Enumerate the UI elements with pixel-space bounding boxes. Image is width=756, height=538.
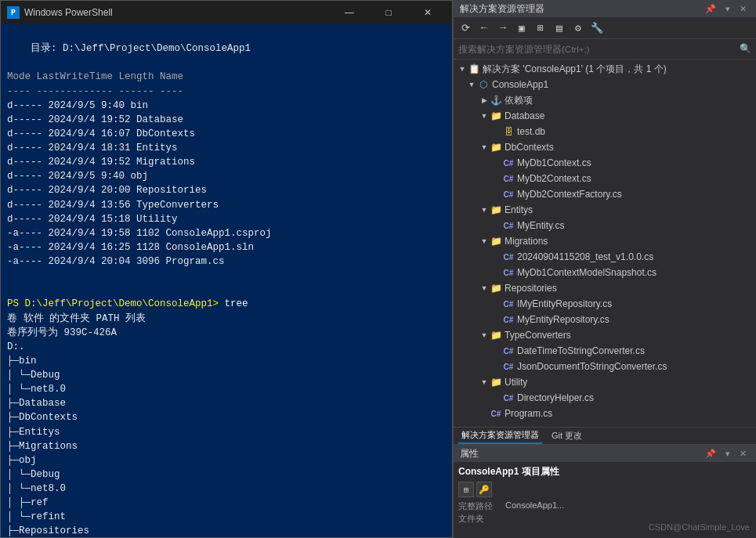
ps-window-controls: — □ ✕ — [331, 1, 446, 24]
ps-line — [7, 269, 446, 283]
ps-line: 目录: D:\Jeff\Project\Demo\ConsoleApp1 — [7, 42, 446, 56]
utility-arrow[interactable]: ▼ — [479, 377, 490, 388]
entitys-folder-label: Entitys — [505, 204, 533, 215]
myentity-item[interactable]: ▶ C# MyEntity.cs — [454, 218, 756, 233]
se-search-input[interactable] — [458, 45, 736, 54]
props-btn-2[interactable]: 🔑 — [476, 482, 492, 497]
repositories-folder-icon: 📁 — [490, 282, 502, 294]
entitys-folder-item[interactable]: ▼ 📁 Entitys — [454, 202, 756, 218]
dependencies-item[interactable]: ▶ ⚓ 依赖项 — [454, 92, 756, 108]
irepository-label: IMyEntityRepository.cs — [517, 298, 612, 309]
se-toolbar: ⟳ ← → ▣ ⊞ ▤ ⚙ 🔧 — [454, 17, 756, 39]
props-path-value: ConsoleApp1... — [505, 500, 564, 512]
props-title: 属性 — [460, 447, 479, 460]
migrations-arrow[interactable]: ▼ — [479, 236, 490, 247]
ps-line: d----- 2024/9/4 19:52 Migrations — [7, 155, 446, 169]
props-dropdown-btn[interactable]: ▾ — [722, 449, 733, 459]
se-close-btn[interactable]: ✕ — [736, 4, 750, 14]
cs-icon: C# — [502, 172, 515, 185]
directoryhelper-item[interactable]: ▶ C# DirectoryHelper.cs — [454, 390, 756, 406]
repositories-folder-label: Repositories — [505, 283, 557, 294]
ps-line — [7, 56, 446, 70]
props-pin-btn[interactable]: 📌 — [702, 449, 719, 459]
typeconverters-folder-label: TypeConverters — [505, 330, 571, 341]
solution-root-item[interactable]: ▼ 📋 解决方案 'ConsoleApp1' (1 个项目，共 1 个) — [454, 61, 756, 77]
dbcontexts-folder-item[interactable]: ▼ 📁 DbContexts — [454, 139, 756, 155]
utility-folder-item[interactable]: ▼ 📁 Utility — [454, 374, 756, 390]
toolbar-sync-btn[interactable]: ⟳ — [457, 20, 474, 37]
toolbar-settings-btn[interactable]: ⚙ — [570, 20, 587, 37]
project-expand-arrow[interactable]: ▼ — [466, 79, 477, 90]
cs-icon: C# — [490, 407, 502, 420]
toolbar-back-btn[interactable]: ← — [476, 20, 493, 37]
typeconverters-arrow[interactable]: ▼ — [479, 330, 490, 341]
se-win-controls: 📌 ▾ ✕ — [702, 4, 750, 14]
testdb-item[interactable]: ▶ 🗄 test.db — [454, 124, 756, 139]
cs-icon: C# — [502, 298, 515, 310]
database-folder-arrow[interactable]: ▼ — [479, 110, 490, 121]
toolbar-tools-btn[interactable]: 🔧 — [588, 20, 606, 37]
utility-folder-icon: 📁 — [490, 376, 502, 388]
mydb2contextfactory-item[interactable]: ▶ C# MyDb2ContextFactory.cs — [454, 186, 756, 202]
ps-line: 卷序列号为 939C-426A — [7, 326, 446, 340]
ps-line: d----- 2024/9/4 13:56 TypeConverters — [7, 198, 446, 212]
mydb1context-item[interactable]: ▶ C# MyDb1Context.cs — [454, 155, 756, 171]
toolbar-filter-btn[interactable]: ▤ — [551, 20, 568, 37]
migrations-folder-item[interactable]: ▼ 📁 Migrations — [454, 233, 756, 249]
dbcontexts-arrow[interactable]: ▼ — [479, 142, 490, 153]
repositories-folder-item[interactable]: ▼ 📁 Repositories — [454, 280, 756, 296]
se-search-icon: 🔍 — [740, 43, 751, 55]
entitys-folder-icon: 📁 — [490, 204, 502, 216]
ps-line: d----- 2024/9/5 9:40 bin — [7, 99, 446, 113]
ps-line: d----- 2024/9/4 18:31 Entitys — [7, 141, 446, 155]
entitys-arrow[interactable]: ▼ — [479, 204, 490, 215]
props-close-btn[interactable]: ✕ — [736, 449, 750, 459]
ps-line: ├─bin — [7, 354, 446, 368]
dependencies-arrow[interactable]: ▶ — [479, 95, 490, 106]
utility-folder-label: Utility — [505, 377, 527, 388]
repositories-arrow[interactable]: ▼ — [479, 283, 490, 294]
toolbar-view2-btn[interactable]: ⊞ — [532, 20, 549, 37]
mydb2context-item[interactable]: ▶ C# MyDb2Context.cs — [454, 171, 756, 186]
ps-line: │ └─refint — [7, 510, 446, 524]
se-pin-btn[interactable]: 📌 — [702, 4, 719, 14]
program-item[interactable]: ▶ C# Program.cs — [454, 406, 756, 421]
solution-expand-arrow[interactable]: ▼ — [457, 63, 468, 74]
toolbar-forward-btn[interactable]: → — [494, 20, 512, 37]
props-titlebar: 属性 📌 ▾ ✕ — [454, 445, 756, 462]
cs-icon: C# — [502, 392, 515, 404]
jsonconverter-item[interactable]: ▶ C# JsonDocumentToStringConverter.cs — [454, 359, 756, 374]
database-folder-item[interactable]: ▼ 📁 Database — [454, 108, 756, 124]
dependencies-icon: ⚓ — [490, 94, 502, 107]
se-dropdown-btn[interactable]: ▾ — [722, 4, 733, 14]
typeconverters-folder-item[interactable]: ▼ 📁 TypeConverters — [454, 327, 756, 343]
snapshot-file-item[interactable]: ▶ C# MyDb1ContextModelSnapshot.cs — [454, 265, 756, 280]
solution-icon: 📋 — [468, 63, 480, 75]
program-label: Program.cs — [505, 408, 552, 419]
irepository-item[interactable]: ▶ C# IMyEntityRepository.cs — [454, 296, 756, 312]
ps-line: ├─Migrations — [7, 439, 446, 453]
ps-line: ├─obj — [7, 453, 446, 468]
ps-line: d----- 2024/9/4 16:07 DbContexts — [7, 127, 446, 141]
ps-line: 卷 软件 的文件夹 PATH 列表 — [7, 312, 446, 326]
repository-label: MyEntityRepository.cs — [517, 314, 610, 325]
se-tab-solution[interactable]: 解决方案资源管理器 — [458, 428, 542, 444]
ps-maximize-btn[interactable]: □ — [371, 1, 407, 24]
ps-line: -a---- 2024/9/4 16:25 1128 ConsoleApp1.s… — [7, 240, 446, 255]
migration-file-item[interactable]: ▶ C# 20240904115208_test_v1.0.0.cs — [454, 249, 756, 265]
ps-title: Windows PowerShell — [24, 7, 331, 18]
se-search-bar[interactable]: 🔍 — [454, 39, 756, 60]
cs-icon: C# — [502, 219, 515, 232]
project-item[interactable]: ▼ ⬡ ConsoleApp1 — [454, 77, 756, 92]
ps-line: d----- 2024/9/4 19:52 Database — [7, 113, 446, 127]
se-tab-git[interactable]: Git 更改 — [548, 428, 585, 443]
ps-close-btn[interactable]: ✕ — [410, 1, 446, 24]
cs-icon: C# — [502, 313, 515, 326]
props-btn-1[interactable]: ⊞ — [458, 482, 474, 497]
datetimeconverter-item[interactable]: ▶ C# DateTimeToStringConverter.cs — [454, 343, 756, 359]
repository-item[interactable]: ▶ C# MyEntityRepository.cs — [454, 312, 756, 327]
toolbar-view-btn[interactable]: ▣ — [513, 20, 530, 37]
ps-line: -a---- 2024/9/4 19:58 1102 ConsoleApp1.c… — [7, 226, 446, 240]
mydb2context-label: MyDb2Context.cs — [517, 173, 591, 184]
ps-minimize-btn[interactable]: — — [331, 1, 367, 24]
